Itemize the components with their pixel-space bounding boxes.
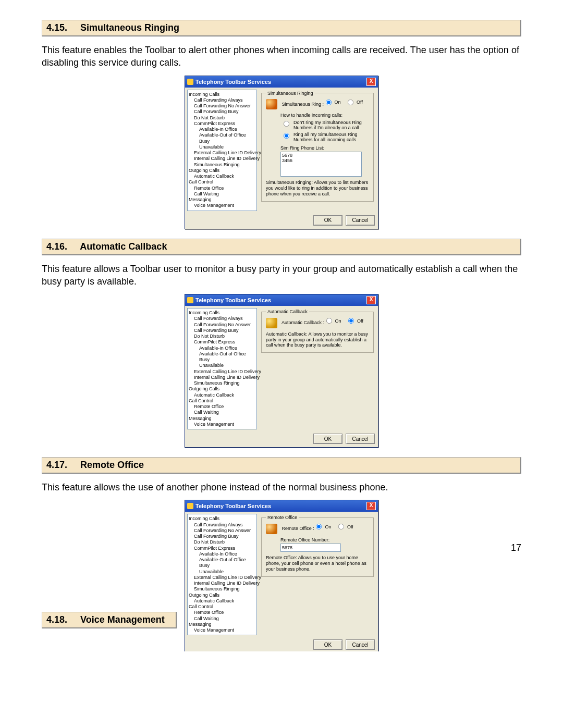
tree-item[interactable]: Call Forwarding No Answer [189, 528, 255, 534]
close-icon[interactable]: X [366, 502, 376, 510]
tree-item[interactable]: External Calling Line ID Delivery [189, 575, 255, 581]
tree-item[interactable]: Call Forwarding No Answer [189, 103, 255, 109]
tree-item[interactable]: Automatic Callback [189, 392, 255, 398]
off-label: Off [357, 100, 363, 105]
tree-item[interactable]: Call Waiting [189, 616, 255, 622]
tree-item[interactable]: Internal Calling Line ID Delivery [189, 156, 255, 162]
cancel-button[interactable]: Cancel [346, 434, 375, 444]
sr-opt2-radio[interactable] [284, 133, 289, 139]
tree-item[interactable]: Call Control [189, 398, 255, 404]
tree-item[interactable]: Do Not Disturb [189, 334, 255, 339]
section-body-4-15: This feature enables the Toolbar to aler… [42, 44, 521, 69]
ro-number-input[interactable] [280, 544, 341, 552]
close-icon[interactable]: X [366, 296, 376, 304]
tree-item[interactable]: Available-In Office [189, 346, 255, 351]
tree-item[interactable]: Call Forwarding Busy [189, 328, 255, 334]
tree-item[interactable]: Call Forwarding Always [189, 97, 255, 103]
dialog-remote-office: Telephony Toolbar Services X Incoming Ca… [185, 500, 378, 651]
section-number: 4.15. [46, 22, 78, 33]
ac-label: Automatic Callback : [282, 320, 324, 325]
close-icon[interactable]: X [366, 78, 376, 86]
section-heading-4-15: 4.15. Simultaneous Ringing [42, 20, 521, 36]
tree-item[interactable]: Simultaneous Ringing [189, 586, 255, 592]
tree-item[interactable]: Internal Calling Line ID Delivery [189, 581, 255, 586]
services-tree[interactable]: Incoming Calls Call Forwarding Always Ca… [187, 90, 257, 211]
sr-on-radio[interactable] [326, 100, 332, 105]
services-tree[interactable]: Incoming Calls Call Forwarding Always Ca… [187, 514, 257, 635]
tree-item[interactable]: Simultaneous Ringing [189, 380, 255, 386]
tree-item[interactable]: Outgoing Calls [189, 168, 255, 174]
tree-item[interactable]: Unavailable [189, 144, 255, 150]
tree-item[interactable]: Voice Management [189, 203, 255, 208]
section-heading-4-17: 4.17. Remote Office [42, 457, 521, 474]
ac-off-radio[interactable] [348, 318, 354, 324]
tree-item[interactable]: Available-Out of Office [189, 351, 255, 357]
tree-item[interactable]: Remote Office [189, 186, 255, 191]
group-legend: Automatic Callback [266, 309, 309, 314]
tree-item[interactable]: Simultaneous Ringing [189, 162, 255, 168]
tree-item[interactable]: Do Not Disturb [189, 539, 255, 545]
tree-item[interactable]: Available-Out of Office [189, 557, 255, 563]
tree-item[interactable]: Voice Management [189, 627, 255, 633]
tree-item[interactable]: Automatic Callback [189, 174, 255, 179]
tree-item[interactable]: Busy [189, 139, 255, 144]
tree-item[interactable]: Incoming Calls [189, 92, 255, 97]
tree-item[interactable]: Available-In Office [189, 551, 255, 557]
tree-item[interactable]: External Calling Line ID Delivery [189, 150, 255, 156]
tree-item[interactable]: Outgoing Calls [189, 386, 255, 392]
ok-button[interactable]: OK [313, 639, 342, 650]
tree-item[interactable]: Call Waiting [189, 410, 255, 415]
tree-item[interactable]: External Calling Line ID Delivery [189, 369, 255, 375]
tree-item[interactable]: CommPilot Express [189, 546, 255, 551]
tree-item[interactable]: Messaging [189, 197, 255, 203]
section-title: Automatic Callback [80, 241, 167, 252]
tree-item[interactable]: Available-In Office [189, 127, 255, 132]
tree-item[interactable]: Incoming Calls [189, 516, 255, 522]
sr-opt2-label: Ring all my Simultaneous Ring Numbers fo… [293, 132, 369, 142]
tree-item[interactable]: Voice Management [189, 422, 255, 427]
tree-item[interactable]: Remote Office [189, 404, 255, 410]
tree-item[interactable]: Unavailable [189, 363, 255, 368]
sr-label: Simultaneous Ring : [282, 102, 324, 107]
off-label: Off [347, 524, 353, 529]
tree-item[interactable]: Internal Calling Line ID Delivery [189, 375, 255, 380]
sr-phone-list[interactable] [280, 152, 362, 177]
services-tree[interactable]: Incoming Calls Call Forwarding Always Ca… [187, 308, 257, 429]
tree-item[interactable]: Automatic Callback [189, 598, 255, 604]
tree-item[interactable]: Messaging [189, 416, 255, 422]
tree-item[interactable]: Remote Office [189, 610, 255, 615]
ro-off-radio[interactable] [338, 524, 344, 529]
tree-item[interactable]: CommPilot Express [189, 121, 255, 127]
tree-item[interactable]: Call Forwarding Always [189, 522, 255, 528]
tree-item[interactable]: Unavailable [189, 569, 255, 575]
app-icon [187, 297, 193, 303]
tree-item[interactable]: CommPilot Express [189, 339, 255, 345]
group-remote-office: Remote Office Remote Office : On Off Rem… [261, 515, 374, 576]
tree-item[interactable]: Call Forwarding Always [189, 316, 255, 322]
tree-item[interactable]: Busy [189, 357, 255, 363]
remote-office-icon [266, 524, 277, 534]
tree-item[interactable]: Incoming Calls [189, 310, 255, 316]
section-heading-4-18: 4.18. Voice Management [42, 612, 177, 628]
cancel-button[interactable]: Cancel [346, 215, 375, 226]
tree-item[interactable]: Messaging [189, 622, 255, 627]
on-label: On [325, 524, 331, 529]
tree-item[interactable]: Call Forwarding Busy [189, 109, 255, 115]
section-title: Remote Office [80, 460, 144, 470]
tree-item[interactable]: Call Control [189, 604, 255, 610]
ro-on-radio[interactable] [316, 524, 322, 529]
ok-button[interactable]: OK [313, 215, 342, 226]
tree-item[interactable]: Busy [189, 563, 255, 569]
sr-opt1-radio[interactable] [284, 121, 289, 127]
tree-item[interactable]: Available-Out of Office [189, 132, 255, 138]
tree-item[interactable]: Outgoing Calls [189, 593, 255, 598]
ac-on-radio[interactable] [326, 318, 332, 324]
cancel-button[interactable]: Cancel [346, 639, 375, 650]
tree-item[interactable]: Do Not Disturb [189, 115, 255, 121]
ok-button[interactable]: OK [313, 434, 342, 444]
sr-off-radio[interactable] [348, 100, 353, 105]
tree-item[interactable]: Call Forwarding No Answer [189, 322, 255, 328]
tree-item[interactable]: Call Forwarding Busy [189, 534, 255, 539]
tree-item[interactable]: Call Waiting [189, 191, 255, 197]
tree-item[interactable]: Call Control [189, 179, 255, 185]
